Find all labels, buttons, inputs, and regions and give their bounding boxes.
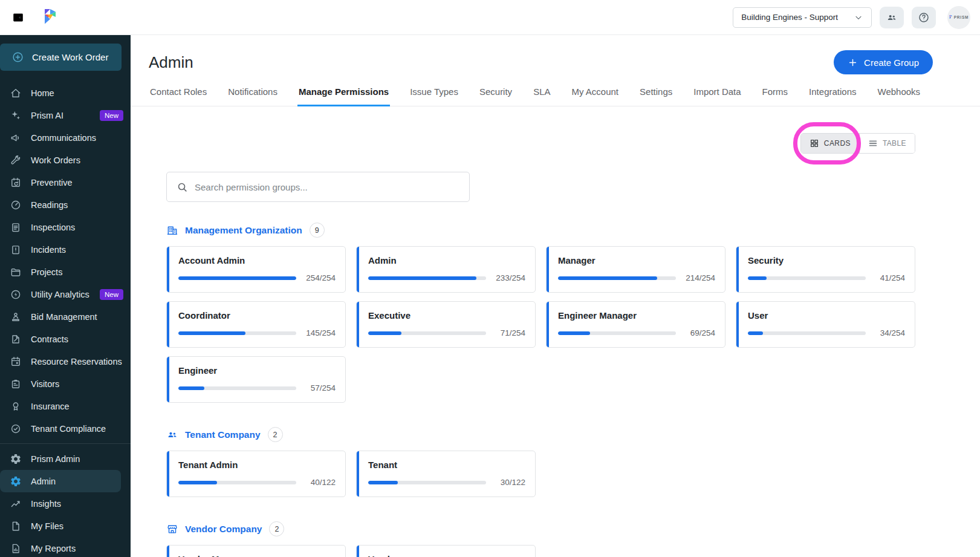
tab-manage-permissions[interactable]: Manage Permissions (297, 82, 390, 106)
permission-group-card-manager[interactable]: Manager 214/254 (546, 246, 725, 293)
sidebar-item-label: Contracts (31, 334, 68, 344)
create-group-button[interactable]: Create Group (834, 50, 933, 74)
avatar-label: PRISM (954, 15, 969, 19)
permission-group-card-security[interactable]: Security 41/254 (736, 246, 915, 293)
sidebar-item-insurance[interactable]: Insurance (0, 395, 131, 417)
assigned-count: 41/254 (873, 273, 905, 282)
calendar-refresh-icon (10, 177, 22, 189)
progress-row: 214/254 (558, 273, 715, 282)
group-name: Coordinator (178, 310, 336, 321)
permission-group-card-executive[interactable]: Executive 71/254 (356, 301, 536, 348)
help-button[interactable] (912, 7, 936, 28)
topbar: Building Engines - Support PRISM (0, 0, 980, 35)
assigned-count: 254/254 (303, 273, 336, 282)
group-name: User (748, 310, 905, 321)
sparkles-icon (10, 109, 22, 122)
progress-track (178, 386, 296, 390)
group-name: Tenant (368, 460, 525, 470)
sidebar-item-utility-analytics[interactable]: Utility AnalyticsNew (0, 283, 131, 305)
sidebar-item-projects[interactable]: Projects (0, 261, 131, 283)
sidebar-item-preventive[interactable]: Preventive (0, 171, 131, 194)
sidebar-item-inspections[interactable]: Inspections (0, 216, 131, 238)
sidebar-item-resource-reservations[interactable]: Resource Reservations (0, 350, 131, 373)
progress-fill (178, 276, 296, 280)
sidebar-collapse-icon[interactable] (10, 9, 27, 26)
permission-group-card-vendor[interactable]: Vendor (356, 545, 536, 557)
group-name: Engineer Manager (558, 310, 715, 321)
create-work-order-button[interactable]: Create Work Order (0, 44, 122, 71)
cards-view-button[interactable]: CARDS (801, 134, 860, 153)
tab-settings[interactable]: Settings (638, 82, 673, 106)
user-avatar[interactable]: PRISM (947, 6, 970, 29)
tab-import-data[interactable]: Import Data (692, 82, 742, 106)
tab-my-account[interactable]: My Account (570, 82, 620, 106)
table-view-button[interactable]: TABLE (860, 134, 915, 153)
sidebar-item-label: Admin (31, 477, 56, 486)
org-selector-dropdown[interactable]: Building Engines - Support (733, 7, 872, 28)
permission-group-card-vendor-manager[interactable]: Vendor Manager (166, 545, 346, 557)
sidebar-item-communications[interactable]: Communications (0, 126, 131, 149)
tab-webhooks[interactable]: Webhooks (877, 82, 922, 106)
permission-group-card-tenant-admin[interactable]: Tenant Admin 40/122 (166, 451, 346, 497)
sidebar-item-label: Insights (31, 499, 61, 509)
progress-row: 40/122 (178, 478, 336, 487)
sidebar-item-contracts[interactable]: Contracts (0, 328, 131, 350)
tab-contact-roles[interactable]: Contact Roles (149, 82, 208, 106)
permission-group-card-user[interactable]: User 34/254 (736, 301, 915, 348)
tab-notifications[interactable]: Notifications (227, 82, 279, 106)
section-header-vendor-company[interactable]: Vendor Company 2 (166, 521, 284, 536)
progress-row: 41/254 (748, 273, 905, 282)
tab-issue-types[interactable]: Issue Types (409, 82, 459, 106)
sidebar-item-label: Insurance (31, 402, 70, 411)
wrench-icon (10, 154, 22, 166)
tab-integrations[interactable]: Integrations (808, 82, 857, 106)
permission-group-card-account-admin[interactable]: Account Admin 254/254 (166, 246, 346, 293)
sidebar-item-my-reports[interactable]: My Reports (0, 537, 131, 557)
sidebar-item-my-files[interactable]: My Files (0, 515, 131, 537)
progress-row: 145/254 (178, 328, 336, 337)
manage-users-button[interactable] (880, 7, 904, 28)
section-title: Management Organization (185, 225, 302, 236)
sidebar-item-prism-admin[interactable]: Prism Admin (0, 448, 131, 470)
permission-group-card-engineer-manager[interactable]: Engineer Manager 69/254 (546, 301, 725, 348)
assigned-count: 40/122 (303, 478, 336, 487)
people-icon (886, 11, 898, 24)
view-toggle: CARDS TABLE (800, 133, 915, 154)
permission-sections: Management Organization 9 Account Admin … (166, 223, 915, 557)
section-header-management-organization[interactable]: Management Organization 9 (166, 223, 325, 238)
search-input[interactable] (195, 182, 459, 192)
sidebar-item-tenant-compliance[interactable]: Tenant Compliance (0, 417, 131, 440)
sidebar-item-label: Readings (31, 200, 68, 210)
permission-group-card-admin[interactable]: Admin 233/254 (356, 246, 536, 293)
group-name: Vendor (368, 554, 525, 557)
award-icon (10, 400, 22, 412)
sidebar-item-admin[interactable]: Admin (0, 470, 121, 492)
progress-fill (748, 276, 767, 280)
gear-icon (10, 453, 22, 465)
prism-logo (43, 8, 57, 27)
grid-icon (810, 138, 819, 148)
sidebar-item-incidents[interactable]: Incidents (0, 238, 131, 261)
permission-group-card-coordinator[interactable]: Coordinator 145/254 (166, 301, 346, 348)
sidebar-item-label: Communications (31, 133, 96, 143)
sidebar-item-work-orders[interactable]: Work Orders (0, 149, 131, 171)
plus-icon (848, 57, 858, 68)
bolt-circle-icon (10, 288, 22, 301)
progress-track (368, 276, 486, 280)
tab-sla[interactable]: SLA (532, 82, 551, 106)
sidebar-item-insights[interactable]: Insights (0, 492, 131, 515)
sidebar-item-visitors[interactable]: Visitors (0, 373, 131, 395)
permission-group-card-engineer[interactable]: Engineer 57/254 (166, 356, 346, 403)
sidebar-item-home[interactable]: Home (0, 82, 131, 104)
sidebar-item-label: My Reports (31, 544, 76, 553)
sidebar-item-prism-ai[interactable]: Prism AINew (0, 104, 131, 126)
progress-fill (558, 331, 590, 335)
section-header-tenant-company[interactable]: Tenant Company 2 (166, 427, 283, 442)
person-podium-icon (10, 311, 22, 323)
permission-group-card-tenant[interactable]: Tenant 30/122 (356, 451, 536, 497)
tab-forms[interactable]: Forms (761, 82, 790, 106)
sidebar-item-bid-management[interactable]: Bid Management (0, 305, 131, 328)
sidebar-item-label: Work Orders (31, 155, 80, 165)
tab-security[interactable]: Security (478, 82, 513, 106)
sidebar-item-readings[interactable]: Readings (0, 194, 131, 216)
